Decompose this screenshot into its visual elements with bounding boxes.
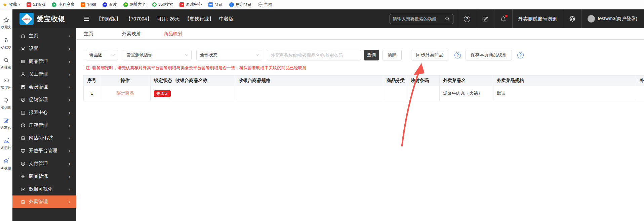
strip-item-ai-video[interactable]: AI视频 bbox=[0, 158, 12, 171]
nav-item-payments[interactable]: 支付管理› bbox=[12, 157, 76, 170]
star-outline-icon bbox=[3, 17, 9, 23]
bind-product-link[interactable]: 绑定商品 bbox=[117, 91, 134, 96]
chevron-right-icon: › bbox=[69, 174, 70, 179]
caret-down-icon: ▾ bbox=[18, 3, 20, 6]
nav-item-data-viz[interactable]: 数据可视化› bbox=[12, 183, 76, 195]
bookmark-user-login[interactable]: C 用户登录 bbox=[229, 2, 252, 7]
yen-circle-icon bbox=[21, 161, 26, 166]
nav-item-reports[interactable]: 报表中心› bbox=[12, 106, 76, 119]
nav-item-takeout[interactable]: 外卖管理› bbox=[12, 195, 76, 208]
save-mapping-button[interactable]: 保存本页商品映射 bbox=[466, 50, 512, 60]
strip-item-ai-writing[interactable]: AI写作 bbox=[0, 118, 12, 130]
chevron-right-icon: › bbox=[69, 84, 70, 90]
bookmark-label: 小程序盒 bbox=[58, 2, 74, 7]
strip-item-miniprogram[interactable]: 小程序 bbox=[0, 37, 12, 50]
header-search-box[interactable] bbox=[390, 14, 453, 24]
version-badge: 中餐版 bbox=[219, 16, 234, 22]
strip-label: 智能体 bbox=[1, 85, 11, 90]
column-header: 收银台商品名称 bbox=[172, 76, 235, 86]
feedback-button[interactable] bbox=[476, 9, 494, 28]
column-header: 映射条码 bbox=[407, 76, 440, 86]
nav-item-open-platform[interactable]: 开放平台管理› bbox=[12, 144, 76, 157]
strip-item-agent[interactable]: 智能体 bbox=[0, 77, 12, 90]
brand-name: 爱宝收银 bbox=[37, 14, 65, 24]
nav-item-promotions[interactable]: 促销管理› bbox=[12, 93, 76, 106]
tab-product-mapping[interactable]: 商品映射 bbox=[164, 31, 183, 37]
strip-item-ai-image[interactable]: AI图片 bbox=[0, 138, 12, 150]
strip-item-ai-search[interactable]: AI搜索 bbox=[0, 57, 12, 70]
keyword-input[interactable] bbox=[267, 50, 361, 60]
browser-side-strip: 收藏夹 小程序 AI搜索 智能体 知识库 AI写作 AI图片 AI视频 bbox=[0, 9, 12, 221]
nav-item-settings[interactable]: 设置› bbox=[12, 42, 76, 55]
status-select[interactable]: 全部状态 bbox=[196, 50, 262, 60]
bookmark-label: 1688 bbox=[87, 2, 96, 7]
table-cell: 爆浆牛肉丸（火锅） bbox=[440, 86, 493, 101]
clear-button[interactable]: 清除 bbox=[383, 50, 402, 60]
strip-item-knowledge[interactable]: 知识库 bbox=[0, 97, 12, 110]
settings-button[interactable] bbox=[563, 9, 581, 28]
query-button[interactable]: 查询 bbox=[364, 50, 379, 60]
nav-item-home[interactable]: 主页› bbox=[12, 30, 76, 42]
360search-icon bbox=[152, 2, 157, 7]
takeout-shop-icon bbox=[21, 200, 26, 205]
bookmark-label: 用户登录 bbox=[236, 2, 252, 7]
sync-help-icon[interactable]: ? bbox=[454, 52, 461, 58]
nav-item-logistics[interactable]: 商品货流› bbox=[12, 170, 76, 183]
sync-takeout-button[interactable]: 同步外卖商品 bbox=[411, 50, 448, 60]
table-row: 1绑定商品未绑定爆浆牛肉丸（火锅）默认 bbox=[83, 86, 644, 101]
help-button[interactable]: ? bbox=[458, 9, 476, 28]
column-header: 商品分类 bbox=[383, 76, 407, 86]
account-note[interactable]: 外卖测试账号勿删 bbox=[512, 9, 563, 28]
line-chart-icon bbox=[21, 187, 26, 192]
save-help-icon[interactable]: ? bbox=[517, 52, 524, 58]
pencil-doc-icon bbox=[3, 118, 9, 124]
bookmark-gamecenter[interactable]: G 游戏中心 bbox=[179, 2, 202, 7]
edit-icon bbox=[482, 16, 488, 22]
bookmark-sites[interactable]: ✚ 网址大全 bbox=[123, 2, 146, 7]
group-select[interactable]: 爆品团 bbox=[86, 50, 118, 60]
bookmark-51game[interactable]: 51 51游戏 bbox=[27, 2, 45, 7]
mapping-table-wrap: 序号操作绑定状态收银台商品名称收银台商品规格商品分类映射条码外卖菜品名外卖菜品规… bbox=[83, 75, 644, 101]
agent-icon bbox=[3, 77, 9, 84]
bookmark-baidu[interactable]: b 百度 bbox=[103, 2, 117, 7]
chevron-right-icon: › bbox=[69, 148, 70, 153]
tab-home[interactable]: 主页 bbox=[84, 31, 93, 37]
store-select[interactable]: 爱宝测试店铺 bbox=[123, 50, 192, 60]
bookmark-login[interactable]: 登录 bbox=[208, 2, 223, 7]
nav-item-products[interactable]: 商品管理› bbox=[12, 55, 76, 68]
nav-item-online-store[interactable]: 网店/小程序› bbox=[12, 132, 76, 144]
chevron-down-icon bbox=[256, 52, 259, 56]
bookmark-1688[interactable]: e 1688 bbox=[81, 2, 96, 7]
nav-item-inventory[interactable]: 库存管理› bbox=[12, 119, 76, 132]
chevron-right-icon: › bbox=[69, 199, 70, 205]
menu-fold-icon[interactable] bbox=[84, 17, 89, 21]
table-cell bbox=[235, 86, 383, 101]
brand-logo: AIBAO bbox=[19, 13, 34, 25]
film-reel-icon bbox=[3, 158, 9, 164]
header-search-input[interactable] bbox=[393, 16, 445, 21]
table-cell bbox=[172, 86, 235, 101]
bookmark-360search[interactable]: 360搜索 bbox=[152, 2, 173, 7]
globe-icon bbox=[258, 2, 263, 7]
strip-label: AI视频 bbox=[1, 166, 11, 171]
bookmark-favorites[interactable]: ★ 收藏 ▾ bbox=[3, 2, 20, 7]
column-header: 序号 bbox=[83, 76, 100, 86]
column-header: 外 bbox=[636, 76, 644, 86]
tab-takeout-mapping[interactable]: 外卖映射 bbox=[122, 31, 141, 37]
table-cell bbox=[407, 86, 440, 101]
check-circle-icon bbox=[21, 97, 26, 102]
bookmark-miniprogram-box[interactable]: S 小程序盒 bbox=[52, 2, 74, 7]
chevron-right-icon: › bbox=[69, 161, 70, 166]
nav-item-members[interactable]: 会员管理› bbox=[12, 81, 76, 93]
star-icon: ★ bbox=[3, 2, 7, 7]
notifications-button[interactable] bbox=[494, 9, 512, 28]
member-card-icon bbox=[21, 85, 26, 90]
search-icon bbox=[445, 16, 450, 21]
strip-item-favorites[interactable]: 收藏夹 bbox=[0, 17, 12, 30]
nav-item-staff[interactable]: 员工管理› bbox=[12, 68, 76, 81]
bookmark-official-site[interactable]: 官网 bbox=[258, 2, 272, 7]
validity-badge: 可用: 26天 bbox=[157, 16, 180, 22]
search-icon bbox=[3, 57, 9, 63]
user-name: testwm3(商户登录) bbox=[598, 16, 637, 22]
user-menu[interactable]: testwm3(商户登录) bbox=[581, 9, 644, 28]
